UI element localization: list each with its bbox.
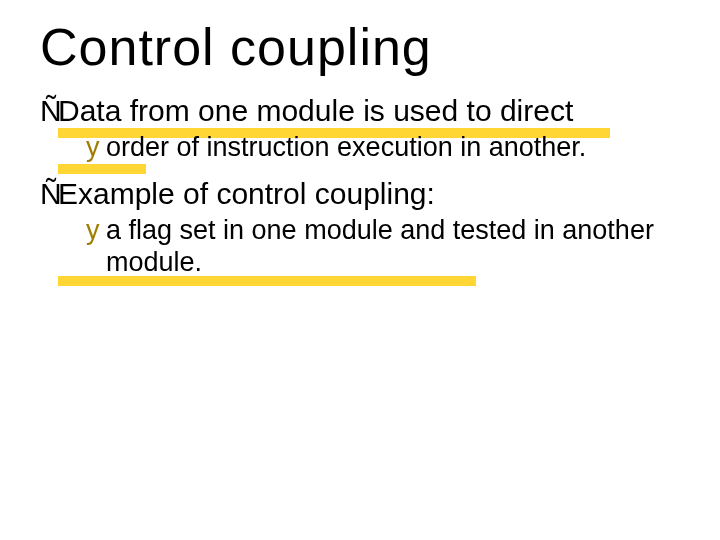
slide-title: Control coupling	[40, 20, 680, 75]
sub-bullet-text: a flag set in one module and tested in a…	[106, 215, 654, 277]
bullet-text: Example of control coupling:	[58, 177, 435, 210]
bullet-level1: Ñ Example of control coupling:	[58, 176, 680, 211]
sub-bullet-marker: y	[86, 215, 100, 247]
sub-bullet-text: order of instruction execution in anothe…	[106, 132, 586, 162]
slide: Control coupling Ñ Data from one module …	[0, 0, 720, 540]
bullet-text: Data from one module is used to direct	[58, 94, 573, 127]
bullet-level1: Ñ Data from one module is used to direct	[58, 93, 680, 128]
highlight-stroke	[58, 164, 146, 174]
bullet-level2: y a flag set in one module and tested in…	[106, 215, 680, 279]
bullet-level2: y order of instruction execution in anot…	[106, 132, 680, 164]
sub-bullet-marker: y	[86, 132, 100, 164]
